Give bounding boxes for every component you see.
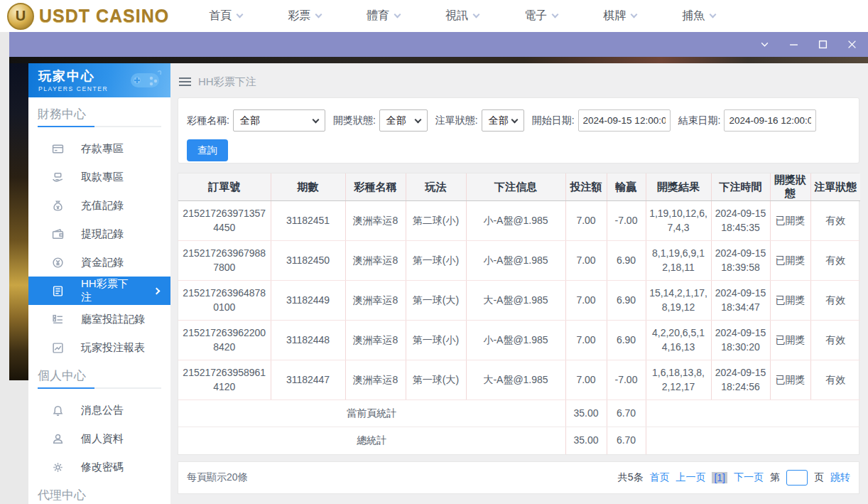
maximize-icon[interactable]: [818, 40, 828, 50]
sidebar-item-label: 資金記錄: [81, 256, 124, 269]
summary-row-total: 總統計 35.00 6.70: [178, 427, 860, 454]
section-title-personal: 個人中心: [38, 368, 170, 383]
sidebar-item-withdraw[interactable]: 取款專區: [28, 163, 170, 191]
order-status-label: 注單狀態:: [435, 114, 478, 127]
sidebar-item-withdrawal-records[interactable]: 提現記錄: [28, 220, 170, 248]
personal-menu: 消息公告 個人資料 修改密碼: [28, 389, 170, 481]
cell-period: 31182447: [271, 360, 345, 400]
bets-table-panel: 訂單號 期數 彩種名稱 玩法 下注信息 投注額 輸贏 開獎結果 下注時間 開獎狀…: [178, 173, 859, 455]
chevron-down-icon: [511, 117, 518, 124]
cell-lottery: 澳洲幸运8: [345, 241, 406, 281]
background-art-left: [9, 63, 28, 380]
next-page-link[interactable]: 下一页: [734, 471, 764, 484]
minimize-icon[interactable]: [788, 40, 798, 50]
prev-page-link[interactable]: 上一页: [676, 471, 705, 484]
cell-period: 31182448: [271, 321, 345, 360]
chevron-down-icon: [710, 11, 717, 18]
cell-period: 31182450: [271, 241, 345, 281]
cell-bet-time: 2024-09-15 18:39:58: [711, 241, 770, 281]
nav-item-sports[interactable]: 體育: [367, 9, 400, 23]
cell-winloss: 6.90: [607, 321, 646, 360]
table-row: 2152172639713574450 31182451 澳洲幸运8 第二球(小…: [178, 201, 860, 241]
cell-bet-time: 2024-09-15 18:34:47: [711, 281, 770, 321]
table-header-row: 訂單號 期數 彩種名稱 玩法 下注信息 投注額 輸贏 開獎結果 下注時間 開獎狀…: [178, 173, 860, 201]
nav-item-fishing[interactable]: 捕魚: [682, 9, 715, 23]
cell-result: 15,14,2,1,17,8,19,12: [646, 281, 711, 321]
sidebar-item-fund-records[interactable]: 資金記錄: [28, 248, 170, 277]
cell-result: 4,2,20,6,5,14,16,13: [646, 321, 711, 360]
cell-bet-info: 大-A盤@1.985: [466, 360, 565, 400]
cell-play: 第一球(大): [406, 360, 466, 400]
section-divider: [38, 387, 161, 389]
nav-item-lottery[interactable]: 彩票: [288, 9, 321, 23]
nav-item-cards[interactable]: 棋牌: [603, 9, 636, 23]
cell-amount: 7.00: [565, 321, 607, 360]
lottery-name-select[interactable]: 全部: [233, 109, 325, 132]
chevron-down-icon: [315, 11, 322, 18]
cell-bet-time: 2024-09-15 18:30:20: [711, 321, 770, 360]
summary-amount: 35.00: [565, 427, 607, 454]
sidebar-item-profile[interactable]: 個人資料: [28, 424, 170, 453]
hamburger-icon[interactable]: [179, 77, 191, 86]
sidebar-item-recharge-records[interactable]: 充值記錄: [28, 191, 170, 220]
cell-lottery: 澳洲幸运8: [345, 201, 406, 241]
sidebar-item-hall-bet-records[interactable]: 廳室投註記錄: [28, 305, 170, 333]
cell-bet-time: 2024-09-15 18:45:35: [711, 201, 770, 241]
chevron-down-icon[interactable]: [759, 40, 769, 50]
nav-item-live[interactable]: 視訊: [445, 9, 479, 23]
sidebar-item-player-bet-report[interactable]: 玩家投注報表: [28, 333, 170, 362]
col-header-result: 開獎結果: [646, 173, 711, 201]
player-center-window: 玩家中心 PLAYERS CENTER 財務中心 存款專區 取款專區 充值記: [28, 63, 868, 504]
col-header-order-status: 注單狀態: [810, 173, 860, 201]
page-size-text: 每頁顯示20條: [187, 471, 248, 484]
start-date-input[interactable]: [578, 109, 671, 132]
col-header-bet-info: 下注信息: [466, 173, 565, 201]
col-header-order-id: 訂單號: [178, 173, 271, 201]
sidebar-item-change-password[interactable]: 修改密碼: [28, 453, 170, 481]
page-title: HH彩票下注: [198, 75, 256, 89]
bell-icon: [52, 404, 64, 417]
col-header-bet-time: 下注時間: [711, 173, 770, 201]
cell-order-status: 有效: [810, 360, 860, 400]
cell-bet-info: 小-A盤@1.985: [466, 201, 565, 241]
end-date-input[interactable]: [724, 109, 816, 132]
cell-play: 第二球(小): [406, 201, 466, 241]
search-button[interactable]: 查詢: [187, 139, 228, 161]
cell-winloss: 6.90: [607, 241, 646, 281]
sidebar-item-deposit[interactable]: 存款專區: [28, 134, 170, 163]
cell-order-id: 2152172639713574450: [178, 201, 271, 241]
cell-bet-time: 2024-09-15 18:24:56: [711, 360, 770, 400]
cell-play: 第一球(小): [406, 241, 466, 281]
cell-bet-info: 大-A盤@1.985: [466, 281, 565, 321]
list-icon: [52, 313, 64, 326]
logo-text: USDT CASINO: [39, 6, 169, 26]
order-status-select[interactable]: 全部: [482, 109, 524, 132]
current-page-indicator[interactable]: [1]: [712, 472, 727, 483]
summary-empty: [646, 427, 860, 454]
cell-lottery: 澳洲幸运8: [345, 321, 406, 360]
sidebar-item-label: 提現記錄: [81, 227, 124, 241]
chevron-down-icon: [312, 117, 319, 124]
jump-suffix-text: 页: [814, 471, 824, 484]
nav-item-home[interactable]: 首頁: [209, 9, 242, 23]
chevron-down-icon: [414, 117, 421, 124]
main-content: HH彩票下注 彩種名稱: 全部 開獎狀態: 全部 注單狀態: 全部 開始日期: …: [170, 63, 868, 504]
first-page-link[interactable]: 首页: [649, 471, 669, 484]
site-logo[interactable]: U USDT CASINO: [7, 3, 169, 30]
lottery-name-label: 彩種名稱:: [187, 114, 229, 127]
chevron-down-icon: [394, 11, 401, 18]
chevron-down-icon: [473, 11, 480, 18]
cell-order-id: 2152172639622008420: [178, 321, 271, 360]
nav-item-slots[interactable]: 電子: [524, 9, 558, 23]
report-icon: [52, 342, 64, 354]
sidebar-item-hh-lottery-bets[interactable]: HH彩票下注: [28, 277, 170, 305]
sidebar-item-announcements[interactable]: 消息公告: [28, 396, 170, 424]
filter-panel: 彩種名稱: 全部 開獎狀態: 全部 注單狀態: 全部 開始日期: 結束日期: 查…: [178, 97, 859, 163]
jump-button[interactable]: 跳转: [830, 471, 850, 484]
close-icon[interactable]: [847, 40, 857, 50]
sidebar-item-label: 存款專區: [81, 142, 124, 156]
cell-amount: 7.00: [565, 360, 607, 400]
cell-result: 8,1,19,6,9,12,18,11: [646, 241, 711, 281]
page-jump-input[interactable]: [786, 470, 808, 486]
draw-status-select[interactable]: 全部: [379, 109, 428, 132]
